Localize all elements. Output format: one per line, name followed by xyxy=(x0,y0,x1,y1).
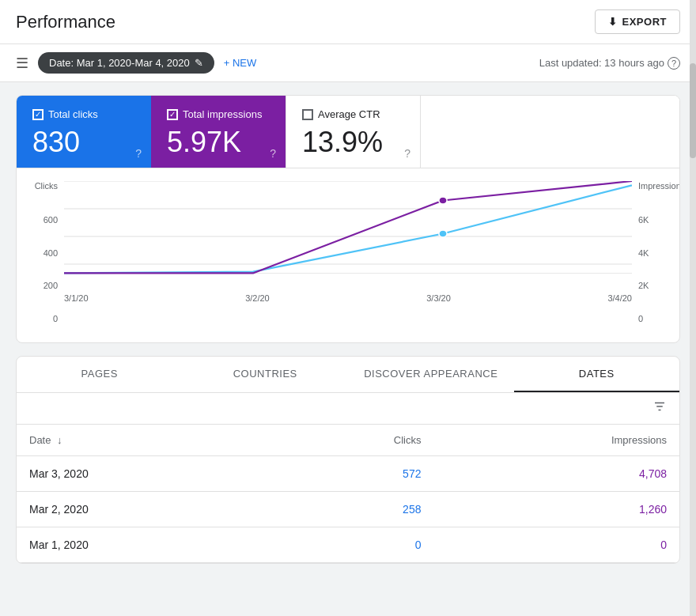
table-row: Mar 2, 2020 258 1,260 xyxy=(17,491,679,527)
data-table: Date ↓ Clicks Impressions Mar 3, 2020 57… xyxy=(17,425,679,563)
tab-dates[interactable]: DATES xyxy=(514,357,680,392)
y-right-label-impressions: Impressions xyxy=(638,181,680,191)
table-toolbar xyxy=(17,393,679,425)
chart-area: Clicks 600 400 200 0 xyxy=(17,168,679,342)
metrics-chart-card: Total clicks 830 ? Total impressions 5.9… xyxy=(16,95,680,343)
x-label-4: 3/4/20 xyxy=(607,293,632,303)
cell-date-2: Mar 2, 2020 xyxy=(17,491,274,527)
metric-tile-empty xyxy=(420,96,679,168)
ctr-checkbox[interactable] xyxy=(302,109,313,120)
col-header-impressions[interactable]: Impressions xyxy=(433,425,679,456)
col-header-date[interactable]: Date ↓ xyxy=(17,425,274,456)
filter-bar: ☰ Date: Mar 1, 2020-Mar 4, 2020 ✎ + NEW … xyxy=(0,44,696,82)
filter-icon[interactable]: ☰ xyxy=(16,55,28,72)
tabs-row: PAGES COUNTRIES DISCOVER APPEARANCE DATE… xyxy=(17,357,679,393)
help-icon[interactable]: ? xyxy=(668,57,680,70)
top-bar: Performance ⬇ EXPORT xyxy=(0,0,696,44)
new-button[interactable]: + NEW xyxy=(224,57,257,69)
cell-clicks-1[interactable]: 572 xyxy=(274,455,434,491)
svg-point-5 xyxy=(439,230,447,237)
impressions-value: 5.97K xyxy=(167,127,270,158)
x-label-2: 3/2/20 xyxy=(245,293,270,303)
table-row: Mar 1, 2020 0 0 xyxy=(17,527,679,562)
cell-impressions-2[interactable]: 1,260 xyxy=(433,491,679,527)
metric-label-impressions: Total impressions xyxy=(167,108,270,120)
tab-discover[interactable]: DISCOVER APPEARANCE xyxy=(348,357,514,392)
edit-icon: ✎ xyxy=(195,57,203,69)
metrics-row: Total clicks 830 ? Total impressions 5.9… xyxy=(17,96,679,168)
col-header-clicks[interactable]: Clicks xyxy=(274,425,434,456)
x-label-3: 3/3/20 xyxy=(426,293,451,303)
impressions-checkbox[interactable] xyxy=(167,109,178,120)
download-icon: ⬇ xyxy=(608,16,618,28)
ctr-value: 13.9% xyxy=(302,127,404,158)
metric-tile-impressions: Total impressions 5.97K ? xyxy=(151,96,286,168)
scrollbar-thumb[interactable] xyxy=(690,63,696,158)
tab-countries[interactable]: COUNTRIES xyxy=(183,357,349,392)
clicks-value: 830 xyxy=(32,127,135,158)
metric-label-clicks: Total clicks xyxy=(32,108,135,120)
last-updated: Last updated: 13 hours ago ? xyxy=(539,57,680,70)
clicks-checkbox[interactable] xyxy=(32,109,44,120)
cell-impressions-3[interactable]: 0 xyxy=(433,527,679,562)
page-title: Performance xyxy=(16,12,115,32)
table-row: Mar 3, 2020 572 4,708 xyxy=(17,455,679,491)
cell-clicks-3[interactable]: 0 xyxy=(274,527,434,562)
y-left-label-clicks: Clicks xyxy=(35,181,58,191)
x-label-1: 3/1/20 xyxy=(64,293,89,303)
metric-label-ctr: Average CTR xyxy=(302,108,404,120)
ctr-help-icon[interactable]: ? xyxy=(404,147,410,160)
svg-point-6 xyxy=(439,197,447,204)
filter-table-icon[interactable] xyxy=(652,399,667,418)
filter-left: ☰ Date: Mar 1, 2020-Mar 4, 2020 ✎ + NEW xyxy=(16,52,256,74)
cell-impressions-1[interactable]: 4,708 xyxy=(433,455,679,491)
metric-tile-clicks: Total clicks 830 ? xyxy=(17,96,151,168)
export-button[interactable]: ⬇ EXPORT xyxy=(595,9,680,34)
impressions-help-icon[interactable]: ? xyxy=(270,147,276,160)
cell-clicks-2[interactable]: 258 xyxy=(274,491,434,527)
metric-tile-ctr: Average CTR 13.9% ? xyxy=(286,96,420,168)
tab-pages[interactable]: PAGES xyxy=(17,357,183,392)
clicks-help-icon[interactable]: ? xyxy=(135,147,142,160)
table-card: PAGES COUNTRIES DISCOVER APPEARANCE DATE… xyxy=(16,356,680,564)
cell-date-3: Mar 1, 2020 xyxy=(17,527,274,562)
main-content: Total clicks 830 ? Total impressions 5.9… xyxy=(0,82,696,576)
chart-svg-container: 3/1/20 3/2/20 3/3/20 3/4/20 xyxy=(64,181,632,323)
date-filter-button[interactable]: Date: Mar 1, 2020-Mar 4, 2020 ✎ xyxy=(38,52,214,74)
sort-icon: ↓ xyxy=(57,434,62,446)
cell-date-1: Mar 3, 2020 xyxy=(17,455,274,491)
scrollbar[interactable] xyxy=(690,0,696,576)
